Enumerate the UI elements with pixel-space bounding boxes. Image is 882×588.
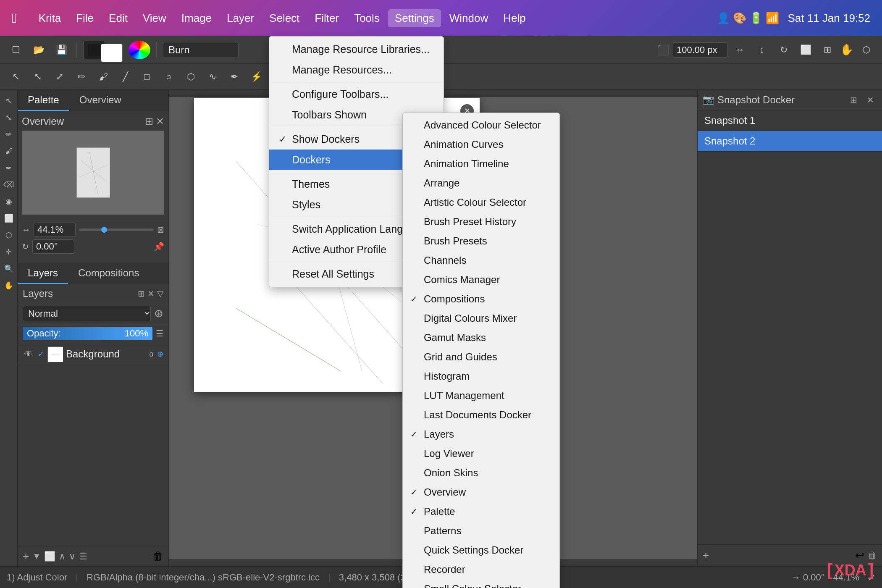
- docker-brush-presets[interactable]: Brush Presets: [403, 231, 559, 251]
- docker-gamut-masks[interactable]: Gamut Masks: [403, 328, 559, 347]
- docker-palette[interactable]: ✓ Palette: [403, 502, 559, 521]
- wrap-button[interactable]: ⊞: [818, 41, 837, 59]
- docker-digital-colours[interactable]: Digital Colours Mixer: [403, 309, 559, 328]
- zoom-input[interactable]: [34, 223, 76, 237]
- rect-tool[interactable]: □: [138, 68, 156, 86]
- tool-2[interactable]: ⤡: [1, 110, 16, 125]
- tool-4[interactable]: 🖌: [1, 144, 16, 159]
- menu-window[interactable]: Window: [443, 9, 495, 27]
- angle-input[interactable]: [32, 239, 74, 254]
- menu-edit[interactable]: Edit: [102, 9, 134, 27]
- brush-size-input[interactable]: [673, 42, 727, 58]
- docker-channels[interactable]: Channels: [403, 251, 559, 270]
- blend-mode-select[interactable]: Normal: [23, 306, 151, 321]
- add-snapshot-icon[interactable]: +: [703, 549, 709, 562]
- dockers-toggle-button[interactable]: ⬡: [857, 41, 875, 59]
- menu-help[interactable]: Help: [496, 9, 532, 27]
- docker-log-viewer[interactable]: Log Viewer: [403, 444, 559, 463]
- bezier-tool[interactable]: ∿: [203, 68, 222, 86]
- docker-float-button[interactable]: ⊞: [847, 93, 860, 107]
- menu-manage-resource-libraries[interactable]: Manage Resource Libraries...: [269, 39, 444, 60]
- save-button[interactable]: 💾: [52, 41, 71, 59]
- polygon-tool[interactable]: ⬡: [181, 68, 200, 86]
- transform-tool[interactable]: ⤡: [29, 68, 47, 86]
- menu-manage-resources[interactable]: Manage Resources...: [269, 60, 444, 80]
- menu-image[interactable]: Image: [175, 9, 218, 27]
- pin-icon[interactable]: 📌: [154, 242, 164, 252]
- menu-settings[interactable]: Settings: [388, 9, 441, 27]
- add-layer-icon[interactable]: +: [23, 550, 29, 563]
- cursor-tool[interactable]: ↖: [7, 68, 25, 86]
- delete-snapshot-icon[interactable]: 🗑: [868, 550, 877, 561]
- overview-expand-icon[interactable]: ⊞: [145, 116, 153, 127]
- fit-icon[interactable]: ⊠: [157, 225, 164, 235]
- docker-small-colour[interactable]: Small Colour Selector: [403, 579, 559, 588]
- brush-name-field[interactable]: [163, 42, 239, 58]
- tool-8[interactable]: ⬜: [1, 211, 16, 226]
- opacity-slider[interactable]: Opacity: 100%: [23, 327, 152, 340]
- open-button[interactable]: 📂: [29, 41, 48, 59]
- new-button[interactable]: ☐: [7, 41, 25, 59]
- docker-quick-settings[interactable]: Quick Settings Docker: [403, 541, 559, 560]
- menu-file[interactable]: File: [69, 9, 100, 27]
- tool-6[interactable]: ⌫: [1, 177, 16, 192]
- menu-filter[interactable]: Filter: [308, 9, 346, 27]
- layers-close-icon[interactable]: ✕: [147, 289, 155, 299]
- tool-3[interactable]: ✏: [1, 127, 16, 142]
- docker-animation-timeline[interactable]: Animation Timeline: [403, 154, 559, 173]
- brush-tool[interactable]: 🖌: [94, 68, 113, 86]
- docker-arrange[interactable]: Arrange: [403, 173, 559, 193]
- docker-layers[interactable]: ✓ Layers: [403, 425, 559, 444]
- docker-grid-guides[interactable]: Grid and Guides: [403, 347, 559, 367]
- color-wheel-icon[interactable]: [129, 41, 150, 59]
- tool-10[interactable]: ✛: [1, 244, 16, 260]
- layers-expand-icon[interactable]: ⊞: [138, 289, 145, 299]
- tool-12[interactable]: ✋: [1, 278, 16, 293]
- warp-tool[interactable]: ⤢: [50, 68, 69, 86]
- docker-artistic-colour[interactable]: Artistic Colour Selector: [403, 193, 559, 212]
- snapshot-restore-icon[interactable]: ↩: [855, 549, 864, 562]
- apple-logo-icon[interactable]: : [12, 10, 17, 26]
- tool-9[interactable]: ⬡: [1, 228, 16, 243]
- snapshot-item-1[interactable]: Snapshot 1: [698, 110, 882, 131]
- tab-overview[interactable]: Overview: [69, 90, 131, 111]
- flip-h-button[interactable]: ↔: [731, 41, 749, 59]
- rotate-button[interactable]: ↻: [774, 41, 793, 59]
- menu-select[interactable]: Select: [262, 9, 306, 27]
- menu-layer[interactable]: Layer: [220, 9, 261, 27]
- delete-layer-icon[interactable]: 🗑: [152, 550, 163, 563]
- overview-canvas[interactable]: [22, 131, 164, 215]
- tool-11[interactable]: 🔍: [1, 261, 16, 276]
- docker-advanced-colour[interactable]: Advanced Colour Selector: [403, 116, 559, 135]
- tab-layers[interactable]: Layers: [18, 263, 68, 284]
- tab-palette[interactable]: Palette: [18, 90, 69, 111]
- docker-onion-skins[interactable]: Onion Skins: [403, 463, 559, 483]
- eraser-button[interactable]: ⬜: [796, 41, 815, 59]
- tool-1[interactable]: ↖: [1, 93, 16, 108]
- menu-configure-toolbars[interactable]: Configure Toolbars...: [269, 84, 444, 105]
- color-bg[interactable]: [101, 44, 123, 62]
- layers-filter-icon[interactable]: ▽: [157, 289, 163, 299]
- ellipse-tool[interactable]: ○: [160, 68, 178, 86]
- docker-patterns[interactable]: Patterns: [403, 521, 559, 541]
- layer-props-icon[interactable]: ☰: [79, 551, 87, 562]
- add-layer-dropdown-icon[interactable]: ▼: [32, 551, 41, 561]
- docker-compositions[interactable]: ✓ Compositions: [403, 289, 559, 309]
- docker-close-button[interactable]: ✕: [864, 93, 877, 107]
- tab-compositions[interactable]: Compositions: [68, 263, 149, 284]
- docker-histogram[interactable]: Histogram: [403, 367, 559, 386]
- menu-view[interactable]: View: [136, 9, 173, 27]
- line-tool[interactable]: ╱: [116, 68, 134, 86]
- docker-animation-curves[interactable]: Animation Curves: [403, 135, 559, 154]
- docker-comics-manager[interactable]: Comics Manager: [403, 270, 559, 289]
- menu-tools[interactable]: Tools: [347, 9, 386, 27]
- docker-overview[interactable]: ✓ Overview: [403, 483, 559, 502]
- freehand-tool[interactable]: ✒: [225, 68, 244, 86]
- overview-close-icon[interactable]: ✕: [156, 116, 164, 127]
- layer-visibility-icon[interactable]: 👁: [23, 348, 34, 360]
- docker-last-documents[interactable]: Last Documents Docker: [403, 405, 559, 425]
- flip-v-button[interactable]: ↕: [753, 41, 771, 59]
- paint-tool[interactable]: ✏: [72, 68, 91, 86]
- layer-group-icon[interactable]: ⬜: [44, 551, 55, 562]
- tool-7[interactable]: ◉: [1, 194, 16, 209]
